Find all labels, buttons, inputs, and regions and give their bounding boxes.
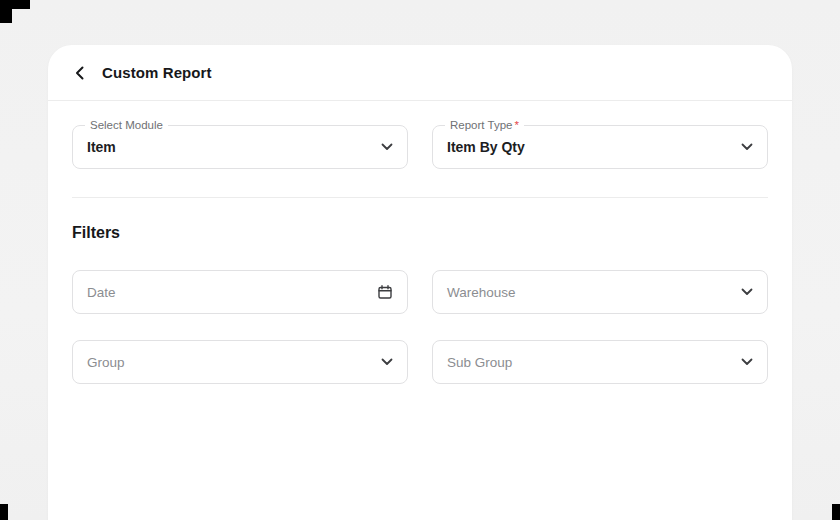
filters-row-1: Date Warehouse (72, 270, 768, 314)
date-filter-field[interactable]: Date (72, 270, 408, 314)
filters-grid: Date Warehouse (72, 270, 768, 384)
chevron-left-icon (72, 65, 88, 81)
card-body: Select Module Item Report Type* Item By … (48, 101, 792, 408)
page-title: Custom Report (102, 64, 212, 81)
calendar-icon (377, 284, 393, 300)
chevron-down-icon (741, 358, 753, 366)
subgroup-filter-placeholder: Sub Group (447, 355, 733, 370)
chevron-down-icon (381, 358, 393, 366)
report-type-value: Item By Qty (447, 139, 733, 155)
back-button[interactable] (72, 61, 96, 85)
report-type-field[interactable]: Report Type* Item By Qty (432, 125, 768, 169)
required-asterisk: * (514, 119, 518, 131)
custom-report-card: Custom Report Select Module Item Report … (48, 45, 792, 520)
screen-corner-artifact-bottom-left (0, 504, 8, 520)
filters-heading: Filters (72, 224, 768, 242)
chevron-down-icon (741, 143, 753, 151)
group-filter-field[interactable]: Group (72, 340, 408, 384)
warehouse-filter-placeholder: Warehouse (447, 285, 733, 300)
select-module-value: Item (87, 139, 373, 155)
subgroup-filter-field[interactable]: Sub Group (432, 340, 768, 384)
chevron-down-icon (381, 143, 393, 151)
select-module-field[interactable]: Select Module Item (72, 125, 408, 169)
group-filter-placeholder: Group (87, 355, 373, 370)
date-filter-placeholder: Date (87, 285, 369, 300)
chevron-down-icon (741, 288, 753, 296)
filters-row-2: Group Sub Group (72, 340, 768, 384)
card-header: Custom Report (48, 45, 792, 101)
screen-corner-artifact-bottom-right (832, 504, 840, 520)
report-type-label: Report Type* (445, 118, 524, 132)
section-divider (72, 197, 768, 198)
module-row: Select Module Item Report Type* Item By … (72, 125, 768, 169)
screen-corner-artifact-top-left-2 (0, 0, 12, 23)
warehouse-filter-field[interactable]: Warehouse (432, 270, 768, 314)
select-module-label: Select Module (85, 118, 168, 132)
